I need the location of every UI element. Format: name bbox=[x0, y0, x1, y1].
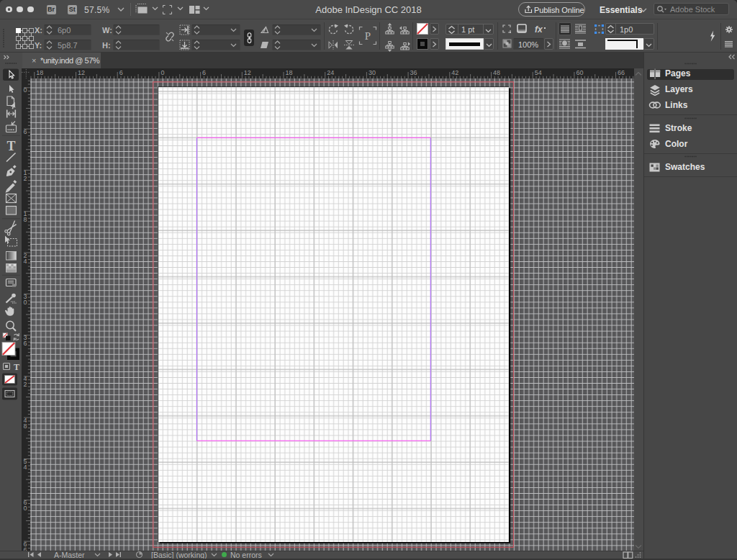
svg-text:6: 6 bbox=[119, 69, 123, 76]
svg-text:6: 6 bbox=[202, 69, 206, 76]
svg-text:T: T bbox=[14, 362, 19, 372]
svg-text:60: 60 bbox=[24, 499, 27, 512]
svg-text:T: T bbox=[6, 139, 15, 153]
svg-text:18: 18 bbox=[24, 210, 27, 223]
svg-text:54: 54 bbox=[535, 69, 542, 76]
svg-text:54: 54 bbox=[24, 458, 27, 471]
svg-text:24: 24 bbox=[327, 69, 334, 76]
svg-text:42: 42 bbox=[24, 375, 27, 388]
svg-text:66: 66 bbox=[618, 69, 625, 76]
svg-text:12: 12 bbox=[24, 169, 27, 182]
svg-text:66: 66 bbox=[24, 541, 27, 551]
svg-text:36: 36 bbox=[24, 334, 27, 347]
svg-text:30: 30 bbox=[24, 293, 27, 306]
svg-text:6: 6 bbox=[24, 128, 27, 135]
svg-text:18: 18 bbox=[36, 69, 43, 76]
svg-text:18: 18 bbox=[286, 69, 293, 76]
svg-text:60: 60 bbox=[576, 69, 583, 76]
svg-text:P: P bbox=[365, 30, 371, 42]
svg-text:24: 24 bbox=[24, 252, 27, 265]
svg-text:0: 0 bbox=[24, 86, 27, 94]
svg-text:48: 48 bbox=[493, 69, 500, 76]
svg-text:0: 0 bbox=[160, 69, 164, 76]
svg-text:12: 12 bbox=[244, 69, 251, 76]
svg-text:36: 36 bbox=[410, 69, 417, 76]
svg-text:12: 12 bbox=[78, 69, 85, 76]
svg-text:30: 30 bbox=[368, 69, 376, 76]
svg-text:42: 42 bbox=[451, 69, 458, 76]
svg-text:48: 48 bbox=[24, 417, 27, 430]
